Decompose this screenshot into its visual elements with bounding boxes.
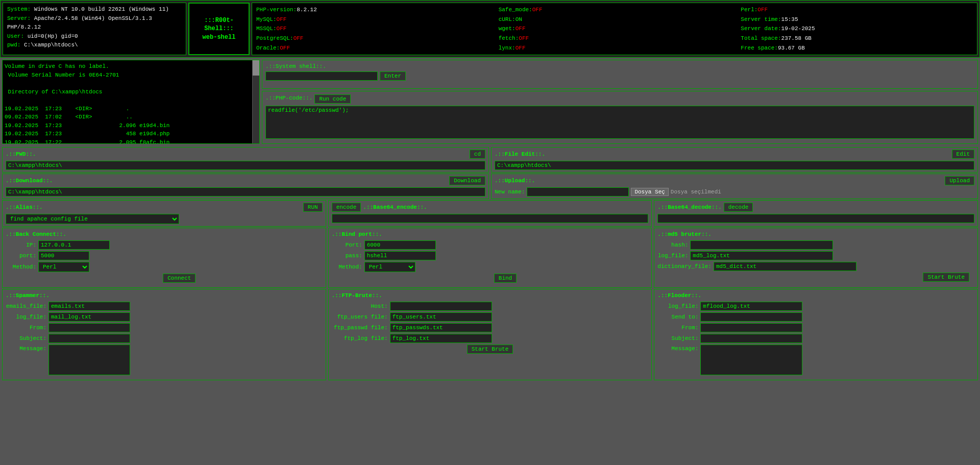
system-shell-input[interactable]	[265, 71, 378, 81]
alias-section: .::Alias::. RUN find apahce config file …	[2, 200, 326, 227]
back-connect-ip-label: IP:	[6, 242, 36, 248]
pwd-input[interactable]	[6, 161, 485, 170]
free-space-value: 93.67 GB	[778, 45, 805, 51]
info-col-3: Perl:OFF Server time:15:35 Server date:1…	[741, 5, 973, 53]
bind-pass-input[interactable]	[364, 251, 436, 260]
bind-port-input[interactable]	[364, 240, 436, 250]
cd-button[interactable]: cd	[470, 150, 485, 159]
flooder-log-input[interactable]	[700, 302, 802, 311]
header: System: Windows NT 10.0 build 22621 (Win…	[0, 0, 980, 58]
base64-encode-input[interactable]	[332, 214, 649, 223]
ftp-host-input[interactable]	[390, 302, 492, 311]
php-version-label: PHP-version:	[256, 7, 297, 13]
download-button[interactable]: Download	[449, 176, 485, 185]
terminal-box: Volume in drive C has no label. Volume S…	[2, 60, 260, 144]
terminal-scrollbar-thumb[interactable]	[253, 60, 259, 76]
bind-method-select[interactable]: Perl Python Bash	[364, 262, 415, 272]
shell-title-line1: :::R00t-Shell:::	[193, 16, 244, 34]
mssql-label: MSSQL:	[256, 26, 277, 32]
spammer-title: .::Spammer::.	[6, 292, 323, 299]
base64-encode-title: .::Base64_encode::.	[363, 204, 427, 210]
user-label: User:	[7, 33, 24, 39]
flooder-log-label: log_file:	[657, 303, 698, 309]
download-input[interactable]	[6, 187, 485, 197]
safe-mode-label: Safe_mode:	[499, 7, 532, 13]
upload-button[interactable]: Upload	[945, 176, 974, 185]
md5-bruter-panel: .::md5 bruter::. hash: log_file: diction…	[654, 228, 978, 288]
bind-button[interactable]: Bind	[494, 274, 517, 283]
shell-title-line2: web-shell	[193, 33, 244, 42]
alias-select[interactable]: find apahce config file find php.ini fin…	[6, 214, 179, 224]
flooder-message-textarea[interactable]	[700, 345, 802, 375]
ftp-host-label: Host:	[332, 303, 388, 309]
spammer-ftp-flooder-row: .::Spammer::. emails_file: log_file: Fro…	[2, 289, 978, 380]
flooder-send-to-input[interactable]	[700, 312, 802, 322]
bind-port-title: .::Bind port::.	[332, 231, 649, 237]
perl-label: Perl:	[741, 7, 757, 13]
back-connect-method-select[interactable]: Perl Python Bash Ruby	[38, 262, 89, 272]
back-connect-panel: .::Back Connect::. IP: port: Method: Per…	[2, 228, 326, 288]
flooder-message-label: Message:	[657, 345, 698, 352]
file-edit-input[interactable]	[495, 161, 974, 170]
php-code-textarea[interactable]	[265, 106, 974, 139]
spammer-from-label: From:	[6, 325, 46, 331]
ftp-users-input[interactable]	[390, 312, 492, 322]
spammer-message-textarea[interactable]	[48, 345, 130, 375]
upload-section: .::Upload::. Upload New name: Dosya Seç …	[491, 174, 978, 199]
system-shell-title: .::System shell::.	[265, 63, 974, 69]
flooder-subject-input[interactable]	[700, 334, 802, 343]
system-shell-enter-button[interactable]: Enter	[380, 71, 406, 81]
alias-base64-row: .::Alias::. RUN find apahce config file …	[2, 200, 978, 227]
php-code-title: .::PHP-code::.	[265, 95, 312, 101]
mysql-label: MySQL:	[256, 16, 277, 22]
back-connect-port-input[interactable]	[38, 251, 89, 260]
no-file-text: Dosya seçilmedi	[671, 189, 721, 195]
file-edit-section: .::File Edit::. Edit	[491, 147, 978, 173]
terminal-scrollbar[interactable]	[252, 60, 259, 143]
choose-file-button[interactable]: Dosya Seç	[631, 188, 668, 196]
php-code-run-button[interactable]: Run code	[314, 94, 351, 104]
spammer-message-label: Message:	[6, 345, 46, 352]
md5-hash-label: hash:	[657, 242, 688, 248]
md5-bruter-title: .::md5 bruter::.	[657, 231, 974, 237]
md5-dict-input[interactable]	[714, 262, 856, 271]
base64-decode-title: .::Base64_decode::.	[657, 204, 721, 210]
pwd-value: C:\xampp\htdocs\	[24, 42, 78, 48]
md5-log-input[interactable]	[690, 251, 833, 260]
new-name-input[interactable]	[527, 187, 629, 197]
ftp-log-input[interactable]	[390, 334, 492, 343]
download-upload-row: .::Download::. Download .::Upload::. Upl…	[2, 174, 978, 199]
md5-hash-input[interactable]	[690, 240, 833, 250]
system-label: System:	[7, 6, 31, 12]
spammer-subject-input[interactable]	[48, 334, 130, 343]
encode-button[interactable]: encode	[332, 203, 361, 212]
download-section: .::Download::. Download	[2, 174, 489, 199]
edit-button[interactable]: Edit	[952, 150, 974, 159]
base64-decode-input[interactable]	[657, 214, 974, 223]
pwd-section: .::PWD::. cd	[2, 147, 489, 173]
total-space-label: Total space:	[741, 35, 781, 41]
server-time-label: Server time:	[741, 16, 781, 22]
connect-button[interactable]: Connect	[163, 274, 195, 283]
back-connect-ip-input[interactable]	[38, 240, 110, 250]
spammer-subject-label: Subject:	[6, 335, 46, 341]
spammer-from-input[interactable]	[48, 323, 130, 332]
flooder-send-to-label: Send to:	[657, 314, 698, 320]
free-space-label: Free space:	[741, 45, 778, 51]
ftp-users-label: ftp_users file:	[332, 314, 388, 320]
spammer-emails-input[interactable]	[48, 302, 130, 311]
spammer-log-label: log_file:	[6, 314, 46, 320]
start-brute-button[interactable]: Start Brute	[923, 273, 969, 282]
back-connect-title: .::Back Connect::.	[6, 231, 323, 237]
alias-run-button[interactable]: RUN	[303, 203, 323, 212]
flooder-from-input[interactable]	[700, 323, 802, 332]
spammer-log-input[interactable]	[48, 312, 130, 322]
total-space-value: 237.58 GB	[781, 35, 812, 41]
main-content-row: Volume in drive C has no label. Volume S…	[0, 58, 980, 146]
system-value: Windows NT 10.0 build 22621 (Windows 11)	[34, 6, 169, 12]
flooder-panel: .::Flooder::. log_file: Send to: From: S…	[654, 289, 978, 380]
base64-encode-section: encode .::Base64_encode::.	[328, 200, 652, 227]
ftp-passwd-input[interactable]	[390, 323, 492, 332]
ftp-start-brute-button[interactable]: Start Brute	[467, 345, 513, 354]
decode-button[interactable]: decode	[724, 203, 753, 212]
